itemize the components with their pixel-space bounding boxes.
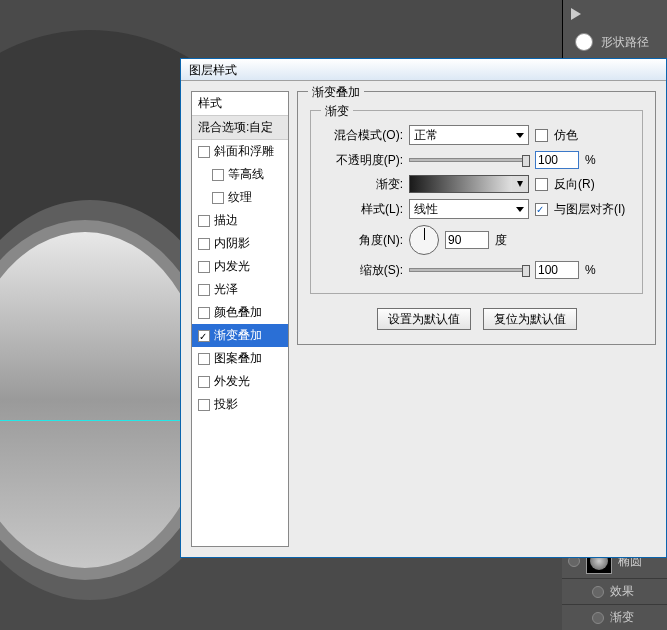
dialog-title: 图层样式 (189, 63, 237, 77)
style-value: 线性 (414, 201, 438, 218)
make-default-button[interactable]: 设置为默认值 (377, 308, 471, 330)
slider-thumb[interactable] (522, 265, 530, 277)
style-item-label: 外发光 (214, 373, 250, 390)
pct-label: % (585, 263, 596, 277)
style-item-label: 斜面和浮雕 (214, 143, 274, 160)
dither-checkbox[interactable] (535, 129, 548, 142)
align-layer-checkbox[interactable] (535, 203, 548, 216)
pct-label: % (585, 153, 596, 167)
align-layer-label: 与图层对齐(I) (554, 201, 625, 218)
style-item-label: 投影 (214, 396, 238, 413)
style-item-label: 光泽 (214, 281, 238, 298)
style-checkbox[interactable] (212, 192, 224, 204)
style-item-描边[interactable]: 描边 (192, 209, 288, 232)
blend-options-item[interactable]: 混合选项:自定 (192, 116, 288, 140)
style-item-内阴影[interactable]: 内阴影 (192, 232, 288, 255)
scale-slider[interactable] (409, 268, 529, 272)
style-item-label: 等高线 (228, 166, 264, 183)
visibility-eye-icon[interactable] (592, 612, 604, 624)
style-checkbox[interactable] (198, 238, 210, 250)
style-label: 样式(L): (321, 201, 403, 218)
style-item-label: 描边 (214, 212, 238, 229)
shape-path-label: 形状路径 (601, 34, 649, 51)
chevron-down-icon (516, 133, 524, 138)
style-checkbox[interactable] (198, 399, 210, 411)
shape-path-row[interactable]: 形状路径 (571, 29, 659, 55)
style-item-label: 内发光 (214, 258, 250, 275)
group-title: 渐变叠加 (308, 84, 364, 101)
style-item-斜面和浮雕[interactable]: 斜面和浮雕 (192, 140, 288, 163)
chevron-down-icon (516, 207, 524, 212)
blend-mode-select[interactable]: 正常 (409, 125, 529, 145)
style-checkbox[interactable] (198, 376, 210, 388)
opacity-slider[interactable] (409, 158, 529, 162)
gradient-inner-group: 渐变 混合模式(O): 正常 仿色 不透明度(P): (310, 110, 643, 294)
style-item-内发光[interactable]: 内发光 (192, 255, 288, 278)
slider-thumb[interactable] (522, 155, 530, 167)
style-checkbox[interactable] (198, 330, 210, 342)
reset-default-button[interactable]: 复位为默认值 (483, 308, 577, 330)
blend-mode-value: 正常 (414, 127, 438, 144)
reverse-label: 反向(R) (554, 176, 595, 193)
style-checkbox[interactable] (198, 284, 210, 296)
effects-row[interactable]: 效果 (562, 578, 667, 604)
angle-input[interactable] (445, 231, 489, 249)
visibility-eye-icon[interactable] (592, 586, 604, 598)
opacity-label: 不透明度(P): (321, 152, 403, 169)
scale-label: 缩放(S): (321, 262, 403, 279)
style-item-label: 渐变叠加 (214, 327, 262, 344)
style-item-光泽[interactable]: 光泽 (192, 278, 288, 301)
style-checkbox[interactable] (198, 261, 210, 273)
gradient-swatch[interactable]: ▾ (409, 175, 529, 193)
layer-style-dialog: 图层样式 样式 混合选项:自定 斜面和浮雕等高线纹理描边内阴影内发光光泽颜色叠加… (180, 58, 667, 558)
inner-group-title: 渐变 (321, 103, 353, 120)
angle-label: 角度(N): (321, 232, 403, 249)
dialog-titlebar[interactable]: 图层样式 (181, 59, 666, 81)
style-item-外发光[interactable]: 外发光 (192, 370, 288, 393)
style-select[interactable]: 线性 (409, 199, 529, 219)
style-list-header[interactable]: 样式 (192, 92, 288, 116)
effect-sub-label: 渐变 (610, 609, 634, 626)
effects-label: 效果 (610, 583, 634, 600)
angle-dial[interactable] (409, 225, 439, 255)
style-item-投影[interactable]: 投影 (192, 393, 288, 416)
style-item-label: 颜色叠加 (214, 304, 262, 321)
chevron-down-icon: ▾ (512, 176, 528, 192)
reverse-checkbox[interactable] (535, 178, 548, 191)
scale-input[interactable] (535, 261, 579, 279)
blend-mode-label: 混合模式(O): (321, 127, 403, 144)
dither-label: 仿色 (554, 127, 578, 144)
style-item-纹理[interactable]: 纹理 (192, 186, 288, 209)
style-item-label: 内阴影 (214, 235, 250, 252)
style-checkbox[interactable] (212, 169, 224, 181)
style-item-图案叠加[interactable]: 图案叠加 (192, 347, 288, 370)
style-item-等高线[interactable]: 等高线 (192, 163, 288, 186)
deg-label: 度 (495, 232, 507, 249)
opacity-input[interactable] (535, 151, 579, 169)
play-icon[interactable] (571, 8, 581, 20)
shape-swatch-icon (575, 33, 593, 51)
style-item-渐变叠加[interactable]: 渐变叠加 (192, 324, 288, 347)
style-checkbox[interactable] (198, 146, 210, 158)
style-item-颜色叠加[interactable]: 颜色叠加 (192, 301, 288, 324)
style-list: 样式 混合选项:自定 斜面和浮雕等高线纹理描边内阴影内发光光泽颜色叠加渐变叠加图… (191, 91, 289, 547)
style-checkbox[interactable] (198, 353, 210, 365)
angle-hand (424, 228, 425, 240)
style-item-label: 纹理 (228, 189, 252, 206)
effect-sub-row[interactable]: 渐变 (562, 604, 667, 630)
style-checkbox[interactable] (198, 215, 210, 227)
gradient-overlay-group: 渐变叠加 渐变 混合模式(O): 正常 仿色 不透明度(P): (297, 91, 656, 345)
style-item-label: 图案叠加 (214, 350, 262, 367)
gradient-label: 渐变: (321, 176, 403, 193)
style-checkbox[interactable] (198, 307, 210, 319)
